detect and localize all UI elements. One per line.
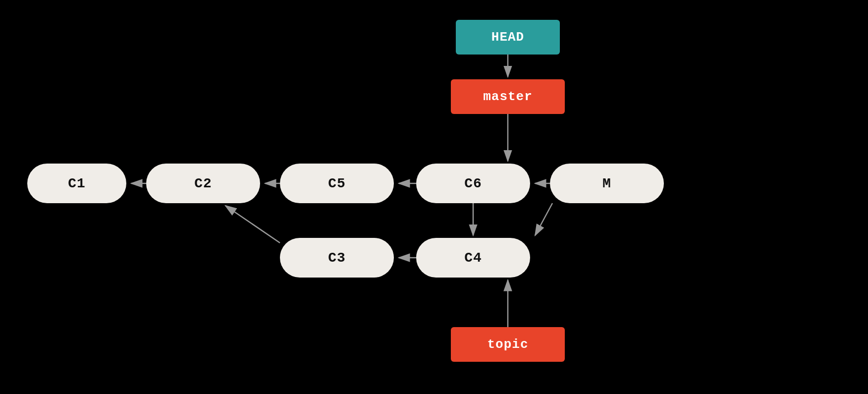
head-label: HEAD xyxy=(456,20,560,55)
commit-node-m: M xyxy=(550,164,664,203)
arrow-c3-c2 xyxy=(225,206,280,243)
commit-node-c2: C2 xyxy=(146,164,260,203)
commit-node-c3: C3 xyxy=(280,238,394,278)
commit-node-c6: C6 xyxy=(416,164,530,203)
commit-node-c5: C5 xyxy=(280,164,394,203)
commit-node-c4: C4 xyxy=(416,238,530,278)
git-graph-diagram: C1 C2 C5 C6 M C3 C4 HEAD master topic xyxy=(0,0,868,394)
topic-label: topic xyxy=(451,327,565,362)
commit-node-c1: C1 xyxy=(27,164,126,203)
master-label: master xyxy=(451,79,565,114)
arrow-m-c4 xyxy=(535,203,552,235)
